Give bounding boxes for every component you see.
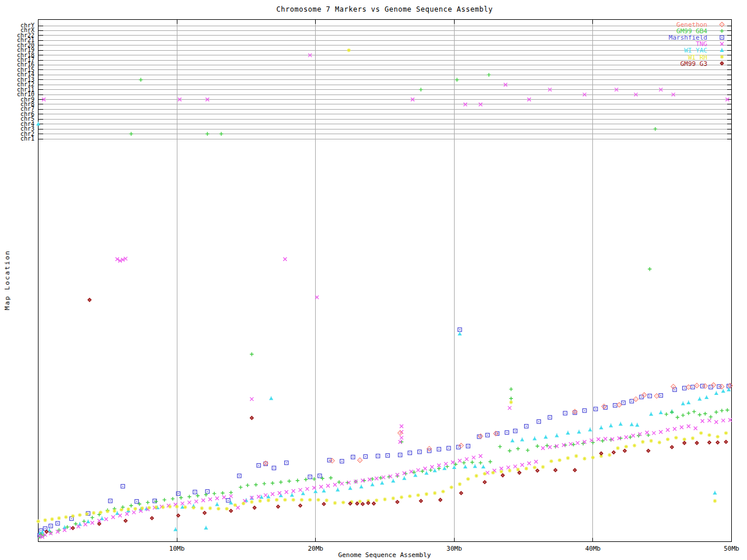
series-points-gm99-g3 bbox=[44, 298, 728, 534]
x-tick-label: 50Mb bbox=[724, 545, 739, 552]
series-points-wi-yac bbox=[36, 122, 731, 536]
plot-border bbox=[39, 20, 732, 542]
x-tick-labels: 10Mb20Mb30Mb40Mb50Mb bbox=[169, 545, 739, 552]
series-points-marshfield bbox=[38, 328, 731, 537]
gridlines bbox=[39, 20, 732, 542]
x-tick-label: 20Mb bbox=[308, 545, 323, 552]
scatter-plot-svg: chrYchrXchr22chr21chr20chr19chr18chr17ch… bbox=[0, 0, 747, 560]
chromosome7-marker-plot: Chromosome 7 Markers vs Genome Sequence … bbox=[0, 0, 747, 560]
plot-border-and-ticks bbox=[39, 20, 732, 542]
x-tick-label: 10Mb bbox=[169, 545, 185, 552]
series-points-genethon bbox=[263, 383, 732, 466]
legend-label: GM99 G3 bbox=[680, 60, 707, 68]
series-points-gm99-gb4 bbox=[38, 73, 729, 538]
legend: GenethonGM99 GB4MarshfieldTNGWI YACWI RH… bbox=[669, 21, 724, 68]
x-tick-label: 40Mb bbox=[585, 545, 601, 552]
legend-entry-gm99-g3: GM99 G3 bbox=[680, 60, 724, 68]
x-tick-label: 30Mb bbox=[446, 545, 462, 552]
chromosome-label: chr1 bbox=[20, 135, 34, 142]
chromosome-labels: chrYchrXchr22chr21chr20chr19chr18chr17ch… bbox=[17, 22, 34, 142]
series-points-tng bbox=[38, 54, 732, 539]
